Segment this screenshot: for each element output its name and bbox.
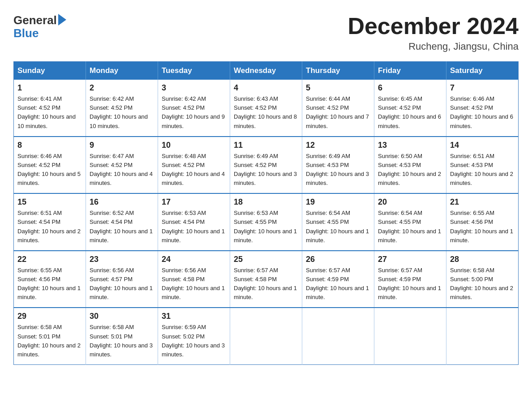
calendar-cell: 3Sunrise: 6:42 AMSunset: 4:52 PMDaylight… [158, 80, 230, 137]
calendar-cell: 23Sunrise: 6:56 AMSunset: 4:57 PMDayligh… [86, 251, 158, 308]
day-number: 7 [450, 83, 515, 93]
day-number: 31 [162, 312, 226, 321]
day-info: Sunrise: 6:54 AMSunset: 4:55 PMDaylight:… [378, 209, 442, 245]
day-info: Sunrise: 6:47 AMSunset: 4:52 PMDaylight:… [90, 152, 154, 188]
calendar-cell: 5Sunrise: 6:44 AMSunset: 4:52 PMDaylight… [302, 80, 374, 137]
day-number: 16 [90, 197, 154, 207]
day-number: 19 [306, 197, 370, 207]
calendar-header: SundayMondayTuesdayWednesdayThursdayFrid… [14, 62, 519, 80]
logo-arrow-icon [58, 14, 66, 26]
day-info: Sunrise: 6:46 AMSunset: 4:52 PMDaylight:… [17, 152, 82, 188]
day-number: 20 [378, 197, 442, 207]
location-subtitle: Rucheng, Jiangsu, China [348, 41, 519, 52]
day-info: Sunrise: 6:57 AMSunset: 4:58 PMDaylight:… [234, 266, 298, 302]
day-number: 24 [162, 255, 226, 264]
calendar-cell: 7Sunrise: 6:46 AMSunset: 4:52 PMDaylight… [446, 80, 519, 137]
day-number: 23 [90, 255, 154, 264]
calendar-cell: 2Sunrise: 6:42 AMSunset: 4:52 PMDaylight… [86, 80, 158, 137]
day-info: Sunrise: 6:59 AMSunset: 5:02 PMDaylight:… [162, 323, 226, 359]
day-info: Sunrise: 6:51 AMSunset: 4:53 PMDaylight:… [450, 152, 515, 188]
calendar-cell: 30Sunrise: 6:58 AMSunset: 5:01 PMDayligh… [86, 308, 158, 364]
day-info: Sunrise: 6:43 AMSunset: 4:52 PMDaylight:… [234, 94, 298, 131]
day-of-week-monday: Monday [86, 62, 158, 80]
calendar-cell: 13Sunrise: 6:50 AMSunset: 4:53 PMDayligh… [374, 137, 446, 194]
day-number: 6 [378, 83, 442, 93]
day-info: Sunrise: 6:54 AMSunset: 4:55 PMDaylight:… [306, 209, 370, 245]
calendar-cell [230, 308, 302, 364]
day-number: 12 [306, 141, 370, 150]
calendar-cell: 14Sunrise: 6:51 AMSunset: 4:53 PMDayligh… [446, 137, 519, 194]
calendar-cell: 1Sunrise: 6:41 AMSunset: 4:52 PMDaylight… [14, 80, 86, 137]
day-info: Sunrise: 6:56 AMSunset: 4:58 PMDaylight:… [162, 266, 226, 302]
day-info: Sunrise: 6:48 AMSunset: 4:52 PMDaylight:… [162, 152, 226, 188]
day-info: Sunrise: 6:58 AMSunset: 5:01 PMDaylight:… [17, 323, 82, 359]
calendar-cell: 19Sunrise: 6:54 AMSunset: 4:55 PMDayligh… [302, 193, 374, 251]
day-info: Sunrise: 6:57 AMSunset: 4:59 PMDaylight:… [306, 266, 370, 302]
day-info: Sunrise: 6:42 AMSunset: 4:52 PMDaylight:… [90, 94, 154, 131]
calendar-cell: 27Sunrise: 6:57 AMSunset: 4:59 PMDayligh… [374, 251, 446, 308]
day-number: 18 [234, 197, 298, 207]
day-of-week-tuesday: Tuesday [158, 62, 230, 80]
day-info: Sunrise: 6:53 AMSunset: 4:55 PMDaylight:… [234, 209, 298, 245]
day-number: 27 [378, 255, 442, 264]
page-header: General Blue December 2024 Rucheng, Jian… [13, 13, 519, 52]
week-row-1: 1Sunrise: 6:41 AMSunset: 4:52 PMDaylight… [14, 80, 519, 137]
calendar-cell: 25Sunrise: 6:57 AMSunset: 4:58 PMDayligh… [230, 251, 302, 308]
calendar-cell: 6Sunrise: 6:45 AMSunset: 4:52 PMDaylight… [374, 80, 446, 137]
day-number: 10 [162, 141, 226, 150]
day-number: 13 [378, 141, 442, 150]
day-info: Sunrise: 6:58 AMSunset: 5:00 PMDaylight:… [450, 266, 515, 302]
day-info: Sunrise: 6:56 AMSunset: 4:57 PMDaylight:… [90, 266, 154, 302]
day-info: Sunrise: 6:41 AMSunset: 4:52 PMDaylight:… [17, 94, 82, 131]
day-info: Sunrise: 6:45 AMSunset: 4:52 PMDaylight:… [378, 94, 442, 131]
calendar-cell: 17Sunrise: 6:53 AMSunset: 4:54 PMDayligh… [158, 193, 230, 251]
day-number: 28 [450, 255, 515, 264]
calendar-cell: 4Sunrise: 6:43 AMSunset: 4:52 PMDaylight… [230, 80, 302, 137]
calendar-cell: 15Sunrise: 6:51 AMSunset: 4:54 PMDayligh… [14, 193, 86, 251]
day-number: 25 [234, 255, 298, 264]
logo-general-text: General [13, 13, 57, 27]
day-info: Sunrise: 6:42 AMSunset: 4:52 PMDaylight:… [162, 94, 226, 131]
day-number: 14 [450, 141, 515, 150]
day-number: 2 [90, 83, 154, 93]
day-info: Sunrise: 6:51 AMSunset: 4:54 PMDaylight:… [17, 209, 82, 245]
day-number: 22 [17, 255, 82, 264]
days-of-week-row: SundayMondayTuesdayWednesdayThursdayFrid… [14, 62, 519, 80]
day-number: 15 [17, 197, 82, 207]
calendar-cell [374, 308, 446, 364]
calendar-body: 1Sunrise: 6:41 AMSunset: 4:52 PMDaylight… [14, 80, 519, 364]
calendar-cell [446, 308, 519, 364]
day-of-week-thursday: Thursday [302, 62, 374, 80]
day-info: Sunrise: 6:46 AMSunset: 4:52 PMDaylight:… [450, 94, 515, 131]
day-number: 1 [17, 83, 82, 93]
calendar-cell: 31Sunrise: 6:59 AMSunset: 5:02 PMDayligh… [158, 308, 230, 364]
day-info: Sunrise: 6:49 AMSunset: 4:52 PMDaylight:… [234, 152, 298, 188]
day-info: Sunrise: 6:49 AMSunset: 4:53 PMDaylight:… [306, 152, 370, 188]
week-row-2: 8Sunrise: 6:46 AMSunset: 4:52 PMDaylight… [14, 137, 519, 194]
day-number: 11 [234, 141, 298, 150]
day-number: 17 [162, 197, 226, 207]
day-number: 5 [306, 83, 370, 93]
day-info: Sunrise: 6:58 AMSunset: 5:01 PMDaylight:… [90, 323, 154, 359]
calendar-cell: 28Sunrise: 6:58 AMSunset: 5:00 PMDayligh… [446, 251, 519, 308]
day-number: 8 [17, 141, 82, 150]
day-number: 29 [17, 312, 82, 321]
day-info: Sunrise: 6:57 AMSunset: 4:59 PMDaylight:… [378, 266, 442, 302]
day-info: Sunrise: 6:55 AMSunset: 4:56 PMDaylight:… [450, 209, 515, 245]
logo: General Blue [13, 13, 66, 40]
month-title: December 2024 [348, 13, 519, 39]
calendar-cell: 11Sunrise: 6:49 AMSunset: 4:52 PMDayligh… [230, 137, 302, 194]
logo-blue-text: Blue [13, 26, 39, 40]
day-number: 9 [90, 141, 154, 150]
calendar-cell: 24Sunrise: 6:56 AMSunset: 4:58 PMDayligh… [158, 251, 230, 308]
calendar-cell: 8Sunrise: 6:46 AMSunset: 4:52 PMDaylight… [14, 137, 86, 194]
week-row-3: 15Sunrise: 6:51 AMSunset: 4:54 PMDayligh… [14, 193, 519, 251]
calendar-cell: 9Sunrise: 6:47 AMSunset: 4:52 PMDaylight… [86, 137, 158, 194]
calendar-cell: 18Sunrise: 6:53 AMSunset: 4:55 PMDayligh… [230, 193, 302, 251]
day-info: Sunrise: 6:52 AMSunset: 4:54 PMDaylight:… [90, 209, 154, 245]
calendar-cell: 12Sunrise: 6:49 AMSunset: 4:53 PMDayligh… [302, 137, 374, 194]
calendar-cell: 21Sunrise: 6:55 AMSunset: 4:56 PMDayligh… [446, 193, 519, 251]
calendar-cell: 22Sunrise: 6:55 AMSunset: 4:56 PMDayligh… [14, 251, 86, 308]
day-number: 30 [90, 312, 154, 321]
day-number: 21 [450, 197, 515, 207]
